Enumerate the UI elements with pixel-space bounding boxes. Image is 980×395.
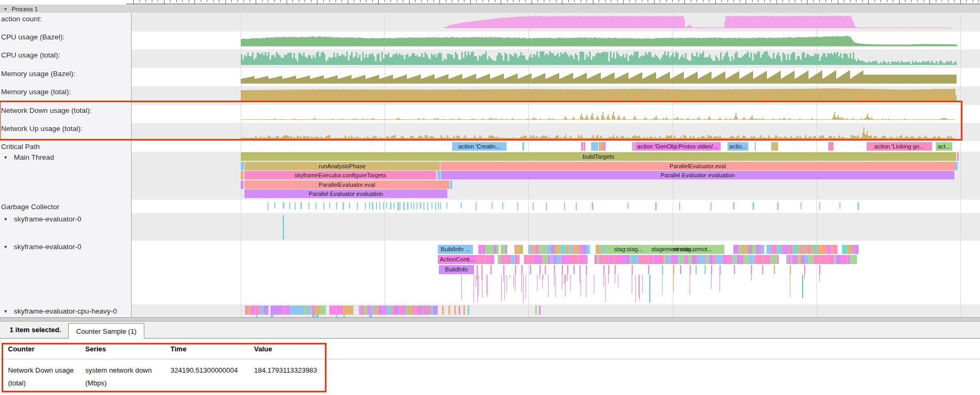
- counter-sample-table: Counter Series Time Value Network Down u…: [0, 339, 980, 395]
- trace-slice-sliver[interactable]: [828, 142, 834, 151]
- sidebar-track-label[interactable]: ▾skyframe-evaluator-cpu-heavy-0: [0, 306, 131, 317]
- cell-value[interactable]: 184.1793113323983: [254, 364, 317, 377]
- track-sidebar: action count:CPU usage (Bazel):CPU usage…: [0, 13, 132, 317]
- trace-slice[interactable]: buildTargets: [241, 152, 956, 161]
- header-divider: [0, 359, 980, 359]
- trace-slice[interactable]: action 'GenObjcProtos video/...: [634, 142, 721, 151]
- trace-slice-sliver[interactable]: [771, 142, 778, 151]
- panel-splitter[interactable]: [0, 317, 980, 322]
- collapse-triangle-icon[interactable]: ▾: [4, 306, 7, 317]
- trace-slice-sliver[interactable]: [437, 171, 440, 179]
- trace-slice[interactable]: runAnalysisPhase: [244, 162, 440, 170]
- trace-slice[interactable]: action 'Creatin...: [452, 142, 507, 151]
- col-header-counter: Counter: [8, 345, 35, 353]
- trace-slice[interactable]: BuildInfo: [439, 265, 474, 274]
- track-name: skyframe-evaluator-cpu-heavy-0: [0, 307, 117, 315]
- trace-slice-sliver[interactable]: [584, 142, 585, 151]
- tab-counter-sample[interactable]: Counter Sample (1): [68, 323, 144, 339]
- collapse-triangle-icon[interactable]: ▾: [4, 242, 7, 252]
- trace-slice[interactable]: actio...: [728, 142, 748, 151]
- cell-counter[interactable]: Network Down usage (total): [8, 364, 78, 390]
- sidebar-track-label[interactable]: Critical Path: [0, 142, 132, 152]
- sidebar-track-label[interactable]: ▾skyframe-evaluator-0: [0, 242, 131, 252]
- trace-slice[interactable]: ParallelEvaluator.eval: [244, 180, 450, 189]
- overlapping-slice-label: stag:stag...: [614, 245, 643, 253]
- trace-slice[interactable]: Parallel Evaluator evaluation: [441, 171, 954, 179]
- trace-slice[interactable]: BuildInfo ...: [438, 245, 473, 254]
- trace-slice-sliver[interactable]: [581, 142, 583, 151]
- trace-slice[interactable]: ParallelEvaluator.eval: [440, 162, 955, 170]
- selection-status: 1 item selected.: [10, 322, 61, 339]
- trace-slice-sliver[interactable]: [241, 171, 243, 179]
- slice-layer: action 'Creatin...action 'GenObjcProtos …: [0, 0, 980, 317]
- trace-slice-sliver[interactable]: [599, 142, 603, 151]
- sidebar-track-label[interactable]: Memory usage (total):: [0, 87, 132, 97]
- col-header-time: Time: [170, 345, 186, 353]
- collapse-triangle-icon[interactable]: ▾: [4, 214, 7, 225]
- sidebar-track-label[interactable]: Garbage Collector: [0, 202, 132, 212]
- trace-slice[interactable]: Parallel Evaluator evaluation: [244, 190, 447, 198]
- col-header-value: Value: [254, 345, 272, 353]
- overlapping-slice-label: remote.remot...: [673, 245, 713, 253]
- trace-slice-sliver[interactable]: [591, 142, 598, 151]
- sidebar-track-label[interactable]: Memory usage (Bazel):: [0, 69, 132, 79]
- cell-series[interactable]: system network down (Mbps): [85, 364, 161, 390]
- cell-time[interactable]: 324190.51300000004: [170, 364, 238, 377]
- trace-viewer: ▾ Process 1 action 'Creatin...action 'Ge…: [0, 0, 980, 395]
- sidebar-track-label[interactable]: Network Down usage (total):: [0, 105, 132, 116]
- col-header-series: Series: [85, 345, 106, 353]
- trace-slice-sliver[interactable]: [755, 142, 756, 151]
- trace-slice[interactable]: ActionConti...: [438, 255, 477, 264]
- sidebar-track-label[interactable]: action count:: [0, 14, 132, 24]
- trace-slice-sliver[interactable]: [283, 215, 284, 240]
- trace-slice[interactable]: action 'Linking go...: [867, 142, 932, 151]
- trace-slice-sliver[interactable]: [241, 180, 243, 189]
- trace-slice-sliver[interactable]: [241, 162, 244, 170]
- sidebar-track-label[interactable]: Network Up usage (total):: [0, 124, 132, 134]
- trace-slice[interactable]: act...: [936, 142, 952, 151]
- details-panel: 1 item selected. Counter Sample (1) Coun…: [0, 317, 980, 395]
- track-name: Main Thread: [0, 153, 54, 161]
- trace-slice-sliver[interactable]: stag:stag...stagement stag...remote.remo…: [605, 245, 724, 254]
- trace-slice-sliver[interactable]: [450, 180, 452, 189]
- trace-slice-sliver[interactable]: [632, 142, 634, 151]
- track-name: skyframe-evaluator-0: [0, 243, 81, 251]
- trace-slice-sliver[interactable]: [522, 142, 524, 151]
- trace-slice-sliver[interactable]: [603, 142, 606, 151]
- sidebar-track-label[interactable]: CPU usage (total):: [0, 50, 132, 61]
- details-tab-bar: 1 item selected. Counter Sample (1): [0, 322, 980, 339]
- trace-slice-sliver[interactable]: [957, 152, 959, 161]
- trace-slice-sliver[interactable]: [955, 162, 958, 170]
- sidebar-track-label[interactable]: CPU usage (Bazel):: [0, 32, 132, 43]
- collapse-triangle-icon[interactable]: ▾: [4, 152, 7, 163]
- sidebar-track-label[interactable]: ▾Main Thread: [0, 152, 131, 163]
- track-name: skyframe-evaluator-0: [0, 215, 81, 223]
- trace-slice[interactable]: skyframeExecutor.configureTargets: [244, 171, 436, 179]
- sidebar-track-label[interactable]: ▾skyframe-evaluator-0: [0, 214, 131, 225]
